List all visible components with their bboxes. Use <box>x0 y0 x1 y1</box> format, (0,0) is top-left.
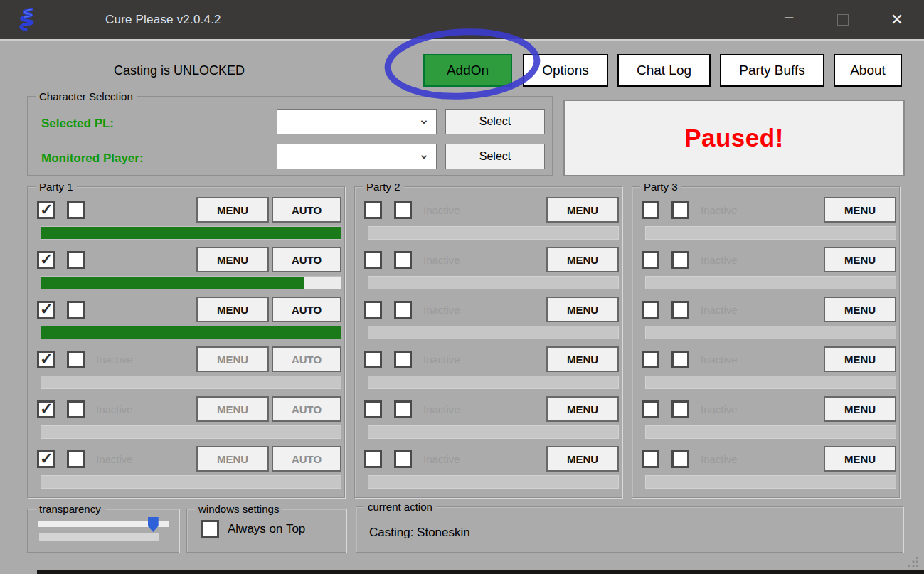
enable-checkbox[interactable] <box>642 201 659 219</box>
enable-checkbox[interactable] <box>364 201 382 219</box>
maximize-button[interactable] <box>816 0 870 39</box>
enable-checkbox[interactable] <box>364 351 382 368</box>
enable-checkbox[interactable] <box>642 450 659 468</box>
party-member-row: Inactive MENU <box>364 297 619 322</box>
menu-button[interactable]: MENU <box>824 297 896 322</box>
menu-button[interactable]: MENU <box>824 446 896 472</box>
enable-checkbox[interactable] <box>364 450 382 468</box>
enable-checkbox[interactable] <box>642 251 659 269</box>
enable-checkbox[interactable] <box>642 400 659 418</box>
about-button[interactable]: About <box>834 54 902 87</box>
hp-progress-bar <box>368 425 619 439</box>
menu-button[interactable]: MENU <box>546 446 619 472</box>
menu-button[interactable]: MENU <box>196 346 269 372</box>
close-button[interactable]: ✕ <box>870 0 924 39</box>
auto-button[interactable]: AUTO <box>272 247 341 272</box>
monitored-player-dropdown[interactable]: ⌄ <box>277 144 437 169</box>
enable-checkbox[interactable] <box>37 450 55 468</box>
enable-checkbox[interactable] <box>37 251 55 269</box>
secondary-checkbox[interactable] <box>394 251 412 269</box>
menu-button[interactable]: MENU <box>196 247 269 272</box>
menu-button[interactable]: MENU <box>546 396 619 422</box>
menu-button[interactable]: MENU <box>196 297 269 322</box>
enable-checkbox[interactable] <box>364 301 382 319</box>
minimize-button[interactable]: – <box>762 0 816 39</box>
enable-checkbox[interactable] <box>37 201 55 219</box>
character-selection-label: Character Selection <box>36 90 137 104</box>
menu-button[interactable]: MENU <box>546 247 619 272</box>
menu-button[interactable]: MENU <box>196 446 269 472</box>
secondary-checkbox[interactable] <box>67 301 85 319</box>
window-title: Cure Please v2.0.4.2 <box>105 13 221 27</box>
secondary-checkbox[interactable] <box>671 400 689 418</box>
hp-progress-bar <box>368 376 619 389</box>
hp-progress-bar <box>645 376 896 389</box>
resize-grip[interactable] <box>908 557 919 568</box>
auto-button[interactable]: AUTO <box>272 396 341 422</box>
party-member-row: Inactive MENU <box>642 297 896 322</box>
secondary-checkbox[interactable] <box>671 251 689 269</box>
secondary-checkbox[interactable] <box>394 201 412 219</box>
hp-progress-bar <box>368 475 619 489</box>
menu-button[interactable]: MENU <box>546 346 619 372</box>
enable-checkbox[interactable] <box>37 400 55 418</box>
menu-button[interactable]: MENU <box>546 197 619 223</box>
chevron-down-icon: ⌄ <box>418 147 430 161</box>
enable-checkbox[interactable] <box>364 400 382 418</box>
select-monitored-button[interactable]: Select <box>445 144 545 169</box>
menu-button[interactable]: MENU <box>824 346 896 372</box>
secondary-checkbox[interactable] <box>671 301 689 319</box>
enable-checkbox[interactable] <box>642 351 659 368</box>
maximize-icon <box>837 14 849 26</box>
secondary-checkbox[interactable] <box>394 450 412 468</box>
auto-button[interactable]: AUTO <box>272 197 341 223</box>
enable-checkbox[interactable] <box>37 301 55 319</box>
hp-progress-bar <box>41 226 341 240</box>
always-on-top-checkbox[interactable] <box>201 520 219 538</box>
auto-button[interactable]: AUTO <box>272 346 341 372</box>
hp-progress-bar <box>368 276 619 289</box>
member-status-label: Inactive <box>701 204 738 216</box>
party-buffs-button[interactable]: Party Buffs <box>720 54 824 87</box>
chat-log-button[interactable]: Chat Log <box>617 54 711 87</box>
app-spiral-icon <box>16 6 40 33</box>
selected-pl-dropdown[interactable]: ⌄ <box>277 109 437 134</box>
member-status-label: Inactive <box>701 453 738 465</box>
secondary-checkbox[interactable] <box>671 351 689 368</box>
transparency-slider-channel <box>39 533 159 541</box>
secondary-checkbox[interactable] <box>67 450 85 468</box>
enable-checkbox[interactable] <box>364 251 382 269</box>
party3-group: Party 3 Inactive MENU Inactive MENU Inac… <box>632 186 900 498</box>
party1-group: Party 1 MENU AUTO MENU AUTO MENU AUTO <box>27 186 345 498</box>
secondary-checkbox[interactable] <box>671 450 689 468</box>
secondary-checkbox[interactable] <box>67 251 85 269</box>
hp-progress-bar <box>645 276 896 289</box>
secondary-checkbox[interactable] <box>394 301 412 319</box>
secondary-checkbox[interactable] <box>394 351 412 368</box>
member-status-label: Inactive <box>701 304 738 316</box>
menu-button[interactable]: MENU <box>546 297 619 322</box>
select-pl-button[interactable]: Select <box>445 109 545 134</box>
enable-checkbox[interactable] <box>642 301 659 319</box>
addon-button[interactable]: AddOn <box>423 54 512 87</box>
secondary-checkbox[interactable] <box>671 201 689 219</box>
transparency-slider-thumb[interactable] <box>148 517 159 532</box>
enable-checkbox[interactable] <box>37 351 55 368</box>
secondary-checkbox[interactable] <box>67 400 85 418</box>
menu-button[interactable]: MENU <box>196 396 269 422</box>
auto-button[interactable]: AUTO <box>272 297 341 322</box>
always-on-top-label: Always on Top <box>228 522 305 536</box>
menu-button[interactable]: MENU <box>824 197 896 223</box>
party-member-row: Inactive MENU <box>642 396 896 422</box>
chevron-down-icon: ⌄ <box>418 112 430 126</box>
close-icon: ✕ <box>891 12 903 28</box>
menu-button[interactable]: MENU <box>824 247 896 272</box>
secondary-checkbox[interactable] <box>67 351 85 368</box>
options-button[interactable]: Options <box>523 54 608 87</box>
party-member-row: MENU AUTO <box>37 297 341 322</box>
menu-button[interactable]: MENU <box>824 396 896 422</box>
secondary-checkbox[interactable] <box>394 400 412 418</box>
auto-button[interactable]: AUTO <box>272 446 341 472</box>
menu-button[interactable]: MENU <box>196 197 269 223</box>
secondary-checkbox[interactable] <box>67 201 85 219</box>
